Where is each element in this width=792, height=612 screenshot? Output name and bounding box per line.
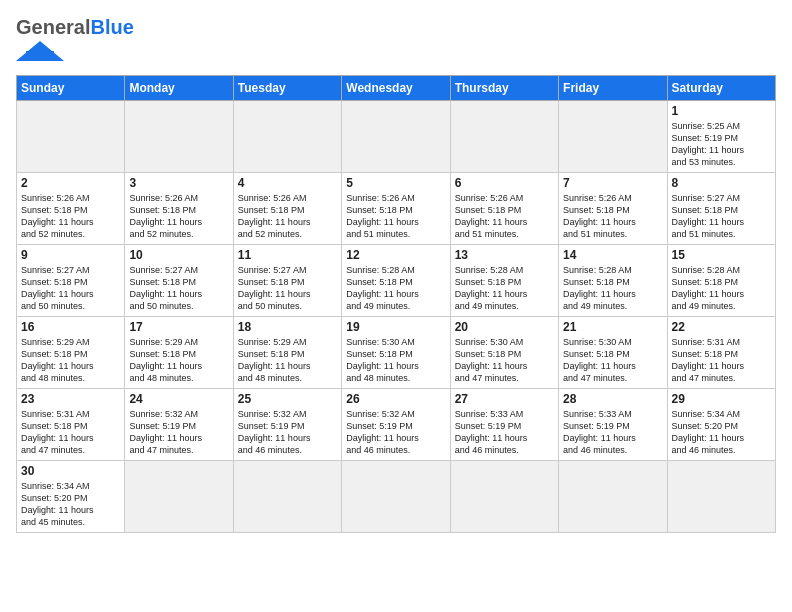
day-number: 18 [238, 320, 337, 334]
day-info: Sunrise: 5:27 AM Sunset: 5:18 PM Dayligh… [238, 264, 337, 313]
calendar-cell: 10Sunrise: 5:27 AM Sunset: 5:18 PM Dayli… [125, 245, 233, 317]
calendar-cell: 20Sunrise: 5:30 AM Sunset: 5:18 PM Dayli… [450, 317, 558, 389]
day-info: Sunrise: 5:26 AM Sunset: 5:18 PM Dayligh… [129, 192, 228, 241]
day-number: 11 [238, 248, 337, 262]
day-info: Sunrise: 5:32 AM Sunset: 5:19 PM Dayligh… [346, 408, 445, 457]
weekday-thursday: Thursday [450, 76, 558, 101]
calendar-cell: 3Sunrise: 5:26 AM Sunset: 5:18 PM Daylig… [125, 173, 233, 245]
page-header: General Blue [16, 16, 776, 65]
day-info: Sunrise: 5:26 AM Sunset: 5:18 PM Dayligh… [563, 192, 662, 241]
svg-rect-1 [26, 51, 54, 61]
calendar-body: 1Sunrise: 5:25 AM Sunset: 5:19 PM Daylig… [17, 101, 776, 533]
calendar-cell: 19Sunrise: 5:30 AM Sunset: 5:18 PM Dayli… [342, 317, 450, 389]
day-number: 30 [21, 464, 120, 478]
day-info: Sunrise: 5:28 AM Sunset: 5:18 PM Dayligh… [672, 264, 771, 313]
calendar-cell: 5Sunrise: 5:26 AM Sunset: 5:18 PM Daylig… [342, 173, 450, 245]
calendar-cell [125, 101, 233, 173]
day-info: Sunrise: 5:28 AM Sunset: 5:18 PM Dayligh… [455, 264, 554, 313]
day-number: 2 [21, 176, 120, 190]
day-info: Sunrise: 5:28 AM Sunset: 5:18 PM Dayligh… [346, 264, 445, 313]
calendar-cell: 7Sunrise: 5:26 AM Sunset: 5:18 PM Daylig… [559, 173, 667, 245]
day-number: 12 [346, 248, 445, 262]
day-info: Sunrise: 5:27 AM Sunset: 5:18 PM Dayligh… [129, 264, 228, 313]
weekday-wednesday: Wednesday [342, 76, 450, 101]
calendar-cell: 13Sunrise: 5:28 AM Sunset: 5:18 PM Dayli… [450, 245, 558, 317]
weekday-header-row: SundayMondayTuesdayWednesdayThursdayFrid… [17, 76, 776, 101]
calendar-cell [559, 461, 667, 533]
day-number: 20 [455, 320, 554, 334]
calendar-cell: 9Sunrise: 5:27 AM Sunset: 5:18 PM Daylig… [17, 245, 125, 317]
calendar-cell: 27Sunrise: 5:33 AM Sunset: 5:19 PM Dayli… [450, 389, 558, 461]
calendar-cell [450, 461, 558, 533]
logo: General Blue [16, 16, 134, 65]
calendar-cell [559, 101, 667, 173]
day-number: 9 [21, 248, 120, 262]
day-number: 23 [21, 392, 120, 406]
day-info: Sunrise: 5:28 AM Sunset: 5:18 PM Dayligh… [563, 264, 662, 313]
day-number: 25 [238, 392, 337, 406]
calendar-cell [17, 101, 125, 173]
calendar-cell [233, 101, 341, 173]
day-number: 27 [455, 392, 554, 406]
calendar-cell: 16Sunrise: 5:29 AM Sunset: 5:18 PM Dayli… [17, 317, 125, 389]
day-number: 10 [129, 248, 228, 262]
calendar-cell [233, 461, 341, 533]
calendar-cell: 6Sunrise: 5:26 AM Sunset: 5:18 PM Daylig… [450, 173, 558, 245]
day-number: 19 [346, 320, 445, 334]
weekday-friday: Friday [559, 76, 667, 101]
weekday-monday: Monday [125, 76, 233, 101]
calendar-cell: 15Sunrise: 5:28 AM Sunset: 5:18 PM Dayli… [667, 245, 775, 317]
logo-text: General [16, 16, 90, 39]
day-number: 5 [346, 176, 445, 190]
day-info: Sunrise: 5:34 AM Sunset: 5:20 PM Dayligh… [21, 480, 120, 529]
calendar-cell [667, 461, 775, 533]
day-info: Sunrise: 5:26 AM Sunset: 5:18 PM Dayligh… [455, 192, 554, 241]
day-number: 3 [129, 176, 228, 190]
day-number: 7 [563, 176, 662, 190]
calendar-cell [342, 101, 450, 173]
day-number: 17 [129, 320, 228, 334]
calendar-cell: 17Sunrise: 5:29 AM Sunset: 5:18 PM Dayli… [125, 317, 233, 389]
day-info: Sunrise: 5:32 AM Sunset: 5:19 PM Dayligh… [129, 408, 228, 457]
calendar-table: SundayMondayTuesdayWednesdayThursdayFrid… [16, 75, 776, 533]
day-number: 4 [238, 176, 337, 190]
day-info: Sunrise: 5:25 AM Sunset: 5:19 PM Dayligh… [672, 120, 771, 169]
day-info: Sunrise: 5:26 AM Sunset: 5:18 PM Dayligh… [346, 192, 445, 241]
calendar-cell: 2Sunrise: 5:26 AM Sunset: 5:18 PM Daylig… [17, 173, 125, 245]
day-number: 14 [563, 248, 662, 262]
day-number: 29 [672, 392, 771, 406]
calendar-cell: 28Sunrise: 5:33 AM Sunset: 5:19 PM Dayli… [559, 389, 667, 461]
day-number: 6 [455, 176, 554, 190]
day-info: Sunrise: 5:31 AM Sunset: 5:18 PM Dayligh… [21, 408, 120, 457]
calendar-cell: 29Sunrise: 5:34 AM Sunset: 5:20 PM Dayli… [667, 389, 775, 461]
day-info: Sunrise: 5:30 AM Sunset: 5:18 PM Dayligh… [455, 336, 554, 385]
calendar-cell: 23Sunrise: 5:31 AM Sunset: 5:18 PM Dayli… [17, 389, 125, 461]
day-number: 24 [129, 392, 228, 406]
calendar-cell: 30Sunrise: 5:34 AM Sunset: 5:20 PM Dayli… [17, 461, 125, 533]
calendar-cell [342, 461, 450, 533]
day-info: Sunrise: 5:30 AM Sunset: 5:18 PM Dayligh… [563, 336, 662, 385]
calendar-cell: 1Sunrise: 5:25 AM Sunset: 5:19 PM Daylig… [667, 101, 775, 173]
day-info: Sunrise: 5:33 AM Sunset: 5:19 PM Dayligh… [455, 408, 554, 457]
calendar-cell: 26Sunrise: 5:32 AM Sunset: 5:19 PM Dayli… [342, 389, 450, 461]
calendar-cell: 24Sunrise: 5:32 AM Sunset: 5:19 PM Dayli… [125, 389, 233, 461]
day-info: Sunrise: 5:34 AM Sunset: 5:20 PM Dayligh… [672, 408, 771, 457]
calendar-cell: 12Sunrise: 5:28 AM Sunset: 5:18 PM Dayli… [342, 245, 450, 317]
calendar-cell: 18Sunrise: 5:29 AM Sunset: 5:18 PM Dayli… [233, 317, 341, 389]
calendar-cell [125, 461, 233, 533]
day-info: Sunrise: 5:27 AM Sunset: 5:18 PM Dayligh… [21, 264, 120, 313]
day-number: 8 [672, 176, 771, 190]
calendar-cell: 4Sunrise: 5:26 AM Sunset: 5:18 PM Daylig… [233, 173, 341, 245]
day-info: Sunrise: 5:27 AM Sunset: 5:18 PM Dayligh… [672, 192, 771, 241]
day-info: Sunrise: 5:31 AM Sunset: 5:18 PM Dayligh… [672, 336, 771, 385]
calendar-cell: 11Sunrise: 5:27 AM Sunset: 5:18 PM Dayli… [233, 245, 341, 317]
day-info: Sunrise: 5:33 AM Sunset: 5:19 PM Dayligh… [563, 408, 662, 457]
day-number: 1 [672, 104, 771, 118]
day-number: 22 [672, 320, 771, 334]
day-info: Sunrise: 5:26 AM Sunset: 5:18 PM Dayligh… [238, 192, 337, 241]
calendar-cell: 22Sunrise: 5:31 AM Sunset: 5:18 PM Dayli… [667, 317, 775, 389]
weekday-sunday: Sunday [17, 76, 125, 101]
day-number: 16 [21, 320, 120, 334]
day-info: Sunrise: 5:29 AM Sunset: 5:18 PM Dayligh… [238, 336, 337, 385]
day-number: 15 [672, 248, 771, 262]
